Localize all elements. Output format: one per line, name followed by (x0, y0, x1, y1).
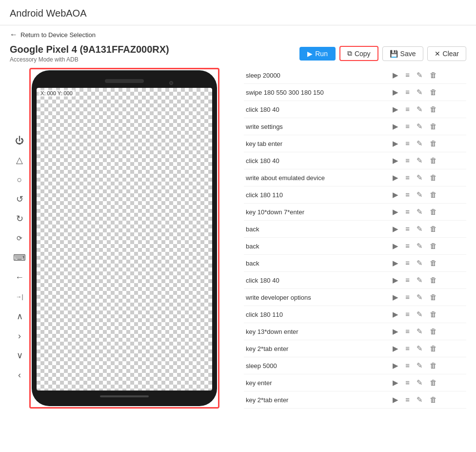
run-command-button[interactable]: ▶ (390, 206, 401, 217)
clear-button[interactable]: ✕ Clear (427, 46, 466, 61)
run-command-button[interactable]: ▶ (390, 241, 401, 251)
delete-command-button[interactable]: 🗑 (427, 292, 439, 302)
run-command-button[interactable]: ▶ (390, 343, 401, 354)
delete-command-button[interactable]: 🗑 (427, 121, 439, 131)
list-command-button[interactable]: ≡ (403, 394, 412, 405)
edit-command-button[interactable]: ✎ (414, 292, 425, 303)
rotate-ccw-icon[interactable]: ↺ (13, 192, 26, 206)
edit-command-button[interactable]: ✎ (414, 206, 425, 217)
edit-command-button[interactable]: ✎ (414, 343, 425, 354)
run-command-button[interactable]: ▶ (390, 87, 401, 98)
phone-screen[interactable]: X: 000 Y: 000 (37, 88, 212, 390)
delete-command-button[interactable]: 🗑 (427, 206, 439, 217)
list-command-button[interactable]: ≡ (403, 292, 412, 302)
edit-command-button[interactable]: ✎ (414, 70, 425, 81)
delete-command-button[interactable]: 🗑 (427, 309, 439, 319)
run-command-button[interactable]: ▶ (390, 309, 401, 320)
list-command-button[interactable]: ≡ (403, 224, 412, 234)
rotate-lock-icon[interactable]: ⟳ (13, 231, 26, 245)
delete-command-button[interactable]: 🗑 (427, 275, 439, 285)
run-command-button[interactable]: ▶ (390, 138, 401, 149)
delete-command-button[interactable]: 🗑 (427, 189, 439, 200)
run-command-button[interactable]: ▶ (390, 377, 401, 388)
edit-command-button[interactable]: ✎ (414, 224, 425, 234)
run-command-button[interactable]: ▶ (390, 258, 401, 268)
delete-command-button[interactable]: 🗑 (427, 394, 439, 405)
delete-command-button[interactable]: 🗑 (427, 377, 439, 388)
list-command-button[interactable]: ≡ (403, 121, 412, 131)
edit-command-button[interactable]: ✎ (414, 309, 425, 320)
delete-command-button[interactable]: 🗑 (427, 138, 439, 148)
chevron-down-icon[interactable]: ∨ (13, 349, 26, 362)
keyboard-icon[interactable]: ⌨ (13, 251, 26, 265)
edit-command-button[interactable]: ✎ (414, 326, 425, 337)
run-button[interactable]: ▶ Run (299, 47, 336, 61)
run-command-button[interactable]: ▶ (390, 155, 401, 166)
run-command-button[interactable]: ▶ (390, 326, 401, 337)
edit-command-button[interactable]: ✎ (414, 172, 425, 183)
delete-command-button[interactable]: 🗑 (427, 360, 439, 370)
run-command-button[interactable]: ▶ (390, 275, 401, 286)
rotate-cw-icon[interactable]: ↻ (13, 212, 26, 226)
delete-command-button[interactable]: 🗑 (427, 343, 439, 353)
back-nav[interactable]: ← Return to Device Selection (0, 25, 476, 44)
edit-command-button[interactable]: ✎ (414, 155, 425, 166)
list-command-button[interactable]: ≡ (403, 206, 412, 217)
delete-command-button[interactable]: 🗑 (427, 241, 439, 251)
circle-icon[interactable]: ○ (13, 173, 26, 186)
list-command-button[interactable]: ≡ (403, 275, 412, 285)
arrow-right-icon[interactable]: →| (13, 290, 26, 304)
edit-command-button[interactable]: ✎ (414, 360, 425, 371)
list-command-button[interactable]: ≡ (403, 189, 412, 200)
list-command-button[interactable]: ≡ (403, 70, 412, 80)
list-command-button[interactable]: ≡ (403, 172, 412, 183)
run-command-button[interactable]: ▶ (390, 104, 401, 115)
list-command-button[interactable]: ≡ (403, 343, 412, 353)
list-command-button[interactable]: ≡ (403, 258, 412, 268)
edit-command-button[interactable]: ✎ (414, 394, 425, 405)
run-command-button[interactable]: ▶ (390, 394, 401, 405)
chevron-right-icon[interactable]: › (13, 329, 26, 343)
triangle-icon[interactable]: △ (13, 153, 26, 167)
list-command-button[interactable]: ≡ (403, 377, 412, 388)
list-command-button[interactable]: ≡ (403, 360, 412, 370)
edit-command-button[interactable]: ✎ (414, 241, 425, 251)
delete-command-button[interactable]: 🗑 (427, 224, 439, 234)
run-command-button[interactable]: ▶ (390, 189, 401, 200)
power-icon[interactable]: ⏻ (13, 134, 26, 147)
delete-command-button[interactable]: 🗑 (427, 326, 439, 336)
delete-command-button[interactable]: 🗑 (427, 172, 439, 183)
delete-command-button[interactable]: 🗑 (427, 104, 439, 114)
run-command-button[interactable]: ▶ (390, 121, 401, 132)
list-command-button[interactable]: ≡ (403, 87, 412, 97)
edit-command-button[interactable]: ✎ (414, 121, 425, 132)
delete-command-button[interactable]: 🗑 (427, 155, 439, 165)
list-command-button[interactable]: ≡ (403, 326, 412, 336)
list-command-button[interactable]: ≡ (403, 104, 412, 114)
edit-command-button[interactable]: ✎ (414, 87, 425, 98)
list-command-button[interactable]: ≡ (403, 155, 412, 165)
delete-command-button[interactable]: 🗑 (427, 87, 439, 97)
edit-command-button[interactable]: ✎ (414, 377, 425, 388)
run-command-button[interactable]: ▶ (390, 360, 401, 371)
save-button[interactable]: 💾 Save (382, 46, 423, 61)
edit-command-button[interactable]: ✎ (414, 104, 425, 115)
list-command-button[interactable]: ≡ (403, 241, 412, 251)
edit-command-button[interactable]: ✎ (414, 258, 425, 268)
run-command-button[interactable]: ▶ (390, 292, 401, 303)
arrow-left-icon[interactable]: ← (13, 270, 26, 284)
edit-command-button[interactable]: ✎ (414, 138, 425, 149)
copy-button[interactable]: ⧉ Copy (339, 46, 378, 61)
edit-command-button[interactable]: ✎ (414, 275, 425, 286)
list-command-button[interactable]: ≡ (403, 138, 412, 148)
chevron-up-icon[interactable]: ∧ (13, 309, 26, 323)
delete-command-button[interactable]: 🗑 (427, 258, 439, 268)
delete-command-button[interactable]: 🗑 (427, 70, 439, 80)
edit-command-button[interactable]: ✎ (414, 189, 425, 200)
command-actions: ▶ ≡ ✎ 🗑 (388, 186, 466, 204)
run-command-button[interactable]: ▶ (390, 172, 401, 183)
list-command-button[interactable]: ≡ (403, 309, 412, 319)
chevron-left-icon[interactable]: ‹ (13, 368, 26, 382)
run-command-button[interactable]: ▶ (390, 70, 401, 81)
run-command-button[interactable]: ▶ (390, 224, 401, 234)
